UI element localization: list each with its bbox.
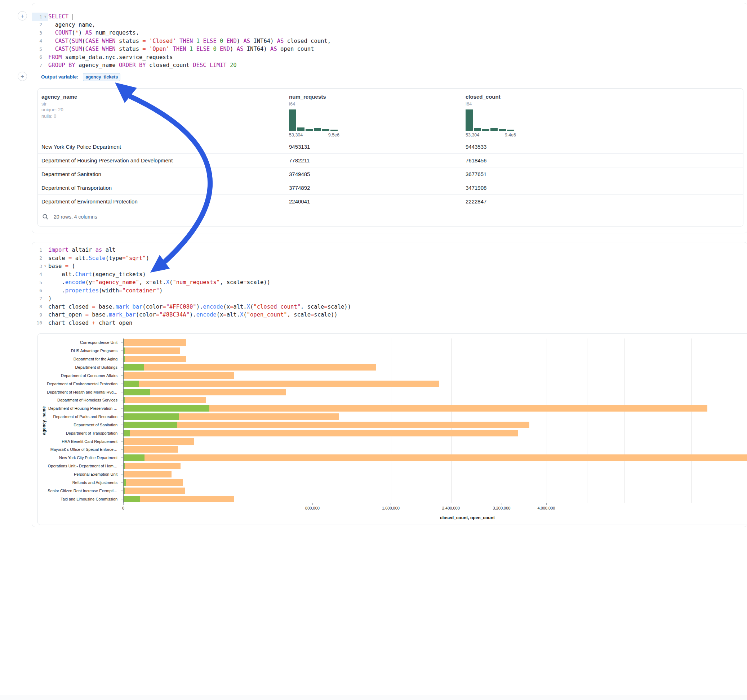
y-axis-tick (121, 359, 123, 359)
y-axis-tick (121, 441, 123, 442)
code-line[interactable]: 1import altair as alt (32, 246, 747, 254)
table-cell: 9443533 (462, 144, 743, 150)
column-header-agency_name[interactable]: agency_namestrunique: 20nulls: 0 (38, 89, 286, 140)
code-line[interactable]: 3 COUNT(*) AS num_requests, (32, 29, 747, 37)
bar-closed-count (124, 438, 194, 445)
code-line[interactable]: 6FROM sample_data.nyc.service_requests (32, 53, 747, 62)
search-icon[interactable] (42, 214, 48, 220)
code-line[interactable]: 2scale = alt.Scale(type="sqrt") (32, 254, 747, 262)
results-table-card: agency_namestrunique: 20nulls: 0num_requ… (38, 88, 743, 226)
column-header-closed_count[interactable]: closed_counti6453,3049.4e6 (462, 89, 743, 140)
histogram-bar (297, 127, 304, 131)
code-line[interactable]: 6 .properties(width="container") (32, 287, 747, 295)
gridline (624, 338, 625, 503)
gridline (722, 338, 722, 503)
python-cell: 1import altair as alt2scale = alt.Scale(… (32, 242, 747, 527)
code-line[interactable]: 5 .encode(y="agency_name", x=alt.X("num_… (32, 278, 747, 287)
histogram-bar (490, 128, 497, 131)
histogram-bar (466, 109, 473, 131)
table-row: Department of Transportation377489234719… (38, 181, 743, 195)
sql-code-editor[interactable]: 1∨SELECT 2 agency_name,3 COUNT(*) AS num… (32, 3, 747, 69)
table-cell: 3677651 (462, 171, 743, 177)
bar-closed-count (124, 446, 178, 453)
bar-open-count (124, 372, 124, 379)
y-axis-label: Department of Housing Preservation … (48, 406, 118, 410)
bar-closed-count (124, 430, 518, 436)
column-stat: unique: 20 (41, 107, 282, 113)
bar-closed-count (124, 372, 234, 379)
line-number: 5 (32, 47, 42, 52)
line-number: 4 (32, 38, 42, 44)
code-line[interactable]: 1∨SELECT (32, 13, 747, 21)
code-line[interactable]: 9chart_open = base.mark_bar(color="#8BC3… (32, 311, 747, 319)
bar-closed-count (124, 479, 183, 486)
code-line[interactable]: 2 agency_name, (32, 21, 747, 29)
y-axis-label: Mayorâ€ s Office of Special Enforce… (50, 447, 118, 451)
chart-card: agency_name Correspondence UnitDHS Advan… (38, 333, 747, 525)
output-variable-chip[interactable]: agency_tickets (83, 73, 120, 81)
x-axis-tick (546, 503, 547, 505)
y-axis-label: HRA Benefit Card Replacement (62, 439, 118, 444)
column-type: i64 (466, 101, 739, 107)
column-header-num_requests[interactable]: num_requestsi6453,3049.5e6 (286, 89, 462, 140)
bar-open-count (124, 446, 124, 453)
code-line[interactable]: 10chart_closed + chart_open (32, 319, 747, 327)
bar-closed-count (124, 356, 186, 362)
histogram (289, 109, 339, 131)
column-name: closed_count (466, 94, 739, 100)
y-axis-label: Operations Unit - Department of Hom… (48, 464, 118, 468)
x-axis-tick (451, 503, 451, 505)
y-axis-label: Personal Exemption Unit (74, 472, 118, 477)
code-line[interactable]: 7GROUP BY agency_name ORDER BY closed_co… (32, 61, 747, 69)
y-axis-tick (121, 342, 123, 343)
collapse-chevron-icon[interactable]: ∨ (42, 15, 48, 18)
results-table-body: New York City Police Department945313194… (38, 140, 743, 208)
y-axis-tick (121, 400, 123, 400)
code-line[interactable]: 4 alt.Chart(agency_tickets) (32, 270, 747, 279)
line-number: 2 (32, 22, 42, 27)
bar-open-count (124, 471, 124, 477)
y-axis-label: DHS Advantage Programs (71, 348, 118, 353)
code-line[interactable]: 4 CAST(SUM(CASE WHEN status = 'Closed' T… (32, 37, 747, 45)
table-row: Department of Sanitation37494853677651 (38, 167, 743, 181)
add-cell-button[interactable]: + (18, 11, 27, 21)
bar-chart: agency_name Correspondence UnitDHS Advan… (38, 334, 747, 525)
y-axis-label: Refunds and Adjustments (73, 480, 118, 485)
gridline (502, 338, 502, 503)
bar-open-count (124, 438, 124, 445)
histogram-bar (322, 129, 330, 131)
table-cell: Department of Environmental Protection (38, 198, 286, 205)
line-number: 4 (32, 272, 42, 277)
code-line[interactable]: 5 CAST(SUM(CASE WHEN status = 'Open' THE… (32, 45, 747, 53)
bar-open-count (124, 356, 125, 362)
y-axis-tick (121, 490, 123, 491)
add-cell-button[interactable]: + (18, 72, 27, 81)
code-line[interactable]: 7) (32, 294, 747, 303)
output-variable-label: Output variable: (41, 74, 79, 80)
line-number: 6 (32, 288, 42, 293)
chart-y-labels: Correspondence UnitDHS Advantage Program… (38, 334, 121, 525)
table-cell: 2222847 (462, 198, 743, 205)
y-axis-tick (121, 450, 123, 450)
table-cell: 2240041 (286, 198, 462, 205)
line-number: 7 (32, 296, 42, 302)
bar-open-count (124, 454, 145, 461)
line-number: 1 (32, 14, 42, 20)
histogram-bar (289, 109, 296, 131)
next-cell-edge (0, 695, 747, 700)
line-number: 10 (32, 320, 42, 326)
collapse-chevron-icon[interactable]: ∨ (42, 264, 48, 268)
y-axis-tick (121, 383, 123, 384)
python-code-editor[interactable]: 1import altair as alt2scale = alt.Scale(… (32, 242, 747, 327)
bar-open-count (124, 487, 125, 494)
code-line[interactable]: 8chart_closed = base.mark_bar(color="#FF… (32, 303, 747, 311)
x-axis-label: 2,400,000 (442, 506, 460, 510)
code-line[interactable]: 3∨base = ( (32, 262, 747, 270)
column-name: agency_name (41, 94, 282, 100)
y-axis-label: Senior Citizen Rent Increase Exempti… (48, 489, 118, 493)
y-axis-label: New York City Police Department (59, 456, 118, 460)
gridline (659, 338, 659, 503)
bar-open-count (124, 405, 209, 412)
table-row: Department of Environmental Protection22… (38, 195, 743, 208)
line-number: 8 (32, 304, 42, 309)
